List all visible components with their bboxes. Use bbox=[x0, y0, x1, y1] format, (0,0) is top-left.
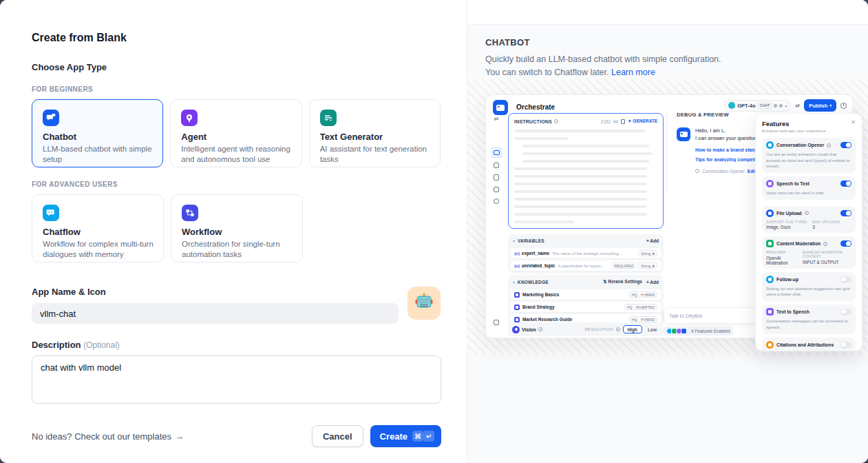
image-icon[interactable] bbox=[494, 163, 499, 168]
add-knowledge-button[interactable]: + Add bbox=[646, 280, 659, 285]
info-icon: i bbox=[616, 327, 620, 331]
app-type-group-label: FOR ADVANCED USERS bbox=[32, 181, 441, 188]
app-type-card-chatbot[interactable]: ChatbotLLM-based chatbot with simple set… bbox=[32, 99, 163, 167]
learn-more-link[interactable]: Learn more bbox=[611, 68, 655, 77]
feature-toggle[interactable] bbox=[840, 342, 851, 348]
cmd-key-icon: ⌘ bbox=[412, 431, 423, 442]
knowledge-badge: HQ · HYBRID bbox=[629, 291, 657, 298]
chevron-down-icon: ▾ bbox=[785, 103, 787, 108]
orchestrate-title: Orchestrate bbox=[516, 103, 555, 111]
preview-top-bar bbox=[467, 0, 868, 25]
tune-icon[interactable]: ⇄ bbox=[795, 103, 800, 109]
text-generator-icon bbox=[320, 110, 337, 126]
knowledge-row[interactable]: Marketing BasicsHQ · HYBRID bbox=[511, 289, 661, 300]
vision-row: Vision i RESOLUTION i High Low bbox=[508, 322, 664, 336]
app-type-name: Workflow bbox=[182, 227, 293, 237]
preview-illustration: Orchestrate GPT-4o CHAT ▾ ⇄ Publish▾ bbox=[467, 79, 868, 355]
variable-name: unrelated_topic bbox=[522, 263, 555, 268]
features-enabled-bar[interactable]: 4 Features Enabled bbox=[664, 327, 733, 336]
resolution-low-button[interactable]: Low bbox=[645, 326, 659, 333]
copy-icon[interactable] bbox=[621, 119, 625, 124]
collapse-icon[interactable] bbox=[494, 320, 499, 325]
model-provider-icon bbox=[728, 102, 735, 109]
app-name-input[interactable] bbox=[32, 303, 399, 324]
feature-description: You are an entity extraction model that … bbox=[766, 152, 851, 169]
resolution-high-button[interactable]: High bbox=[623, 325, 642, 333]
app-type-name: Chatflow bbox=[43, 227, 154, 237]
variable-badge: String ⊕ bbox=[638, 263, 657, 269]
feature-item-content-moderation: Content ModerationiPROVIDEROpenAI Modera… bbox=[762, 236, 856, 269]
model-selector[interactable]: GPT-4o CHAT ▾ bbox=[724, 100, 791, 112]
arrow-right-icon: → bbox=[175, 431, 184, 442]
app-type-card-chatflow[interactable]: ChatflowWorkflow for complex multi-turn … bbox=[32, 194, 164, 263]
document-icon[interactable] bbox=[494, 174, 499, 181]
add-variable-button[interactable]: + Add bbox=[646, 238, 659, 243]
page-title: Create from Blank bbox=[32, 32, 441, 44]
generate-button[interactable]: ✦ GENERATE bbox=[628, 119, 657, 124]
feature-icon bbox=[766, 180, 774, 187]
feature-item-file-upload: File UploadiSUPPORT FILE TYPESImage, Doc… bbox=[762, 206, 856, 234]
rerank-settings-button[interactable]: ⇅ Rerank Settings bbox=[603, 279, 642, 285]
history-icon[interactable] bbox=[840, 103, 847, 109]
feature-name: Follow-up bbox=[776, 277, 798, 282]
feature-toggle[interactable] bbox=[840, 240, 851, 247]
spec-value: INPUT & OUTPUT bbox=[803, 260, 851, 265]
spec-value: 3 bbox=[812, 225, 840, 229]
create-button[interactable]: Create ⌘ ↵ bbox=[370, 425, 441, 447]
spec-key: ENABLED MODERATE CONTENT bbox=[803, 250, 851, 258]
globe-icon[interactable] bbox=[494, 198, 499, 204]
feature-icon bbox=[766, 341, 774, 349]
feature-item-text-to-speech: Text to SpeechConversation messages can … bbox=[762, 305, 856, 333]
feature-name: Conversation Opener bbox=[776, 143, 824, 147]
app-type-card-text-generator[interactable]: Text GeneratorAI assistant for text gene… bbox=[309, 99, 441, 167]
feature-item-speech-to-text: Speech to TextVoice input can be used in… bbox=[762, 176, 856, 200]
instructions-panel[interactable]: INSTRUCTIONS i 2182 {x} ✦ GENERATE bbox=[508, 113, 664, 229]
variable-icon[interactable]: {x} bbox=[613, 119, 618, 123]
feature-description: Voice input can be used in chat. bbox=[766, 190, 851, 196]
feature-toggle[interactable] bbox=[840, 142, 851, 148]
knowledge-doc-icon bbox=[514, 305, 520, 310]
chatflow-icon bbox=[43, 205, 59, 221]
app-type-card-workflow[interactable]: WorkflowOrchestration for single-turn au… bbox=[171, 194, 303, 263]
feature-icon bbox=[766, 308, 774, 316]
close-icon[interactable]: ✕ bbox=[851, 120, 856, 125]
feature-toggle[interactable] bbox=[840, 181, 851, 187]
variable-row[interactable]: {x}expert_nameThe name of the strategic … bbox=[511, 248, 661, 258]
info-icon: i bbox=[805, 211, 809, 215]
feature-name: File Upload bbox=[776, 211, 802, 216]
variable-row[interactable]: {x}unrelated_topicA placeholder for topi… bbox=[511, 260, 661, 271]
info-icon: i bbox=[827, 143, 831, 147]
feature-name: Text to Speech bbox=[776, 309, 809, 314]
templates-link[interactable]: No ideas? Check out our templates → bbox=[32, 431, 184, 442]
feature-item-follow-up: Follow-upSetting up next questions sugge… bbox=[762, 272, 856, 301]
description-textarea[interactable] bbox=[32, 356, 441, 404]
feature-name: Citations and Attributions bbox=[776, 342, 834, 347]
app-type-name: Chatbot bbox=[43, 132, 153, 142]
feature-toggle[interactable] bbox=[840, 309, 851, 315]
model-param-icon bbox=[774, 104, 777, 107]
feature-specs: PROVIDEROpenAI ModerationENABLED MODERAT… bbox=[766, 250, 851, 265]
publish-button[interactable]: Publish▾ bbox=[804, 99, 836, 112]
app-icon-button[interactable] bbox=[407, 287, 441, 320]
note-icon[interactable] bbox=[494, 187, 499, 192]
robot-emoji-icon bbox=[414, 291, 434, 315]
app-type-card-agent[interactable]: AgentIntelligent agent with reasoning an… bbox=[170, 99, 301, 167]
info-icon: i bbox=[538, 327, 542, 331]
sidebar-item-selected[interactable] bbox=[491, 147, 502, 158]
spec-value: Image, Docs bbox=[766, 225, 807, 229]
variable-name: expert_name bbox=[522, 251, 549, 256]
variable-description: A placeholder for topics... bbox=[558, 264, 609, 268]
feature-toggle[interactable] bbox=[840, 210, 851, 216]
shuffle-icon[interactable]: ⇄ bbox=[494, 116, 499, 122]
description-label: Description (Optional) bbox=[32, 340, 441, 350]
create-app-modal: Create from Blank Choose App Type FOR BE… bbox=[0, 0, 868, 463]
feature-spec: PROVIDEROpenAI Moderation bbox=[766, 250, 797, 265]
spec-key: PROVIDER bbox=[766, 250, 797, 254]
cancel-button[interactable]: Cancel bbox=[312, 425, 363, 447]
knowledge-doc-icon bbox=[514, 292, 520, 298]
variable-badge: String ⊕ bbox=[638, 250, 657, 256]
app-name-row: App Name & Icon bbox=[32, 287, 441, 324]
feature-icon bbox=[766, 240, 774, 247]
feature-toggle[interactable] bbox=[840, 276, 851, 282]
knowledge-row[interactable]: Brand StrategyHQ · INVERTED bbox=[511, 302, 661, 312]
